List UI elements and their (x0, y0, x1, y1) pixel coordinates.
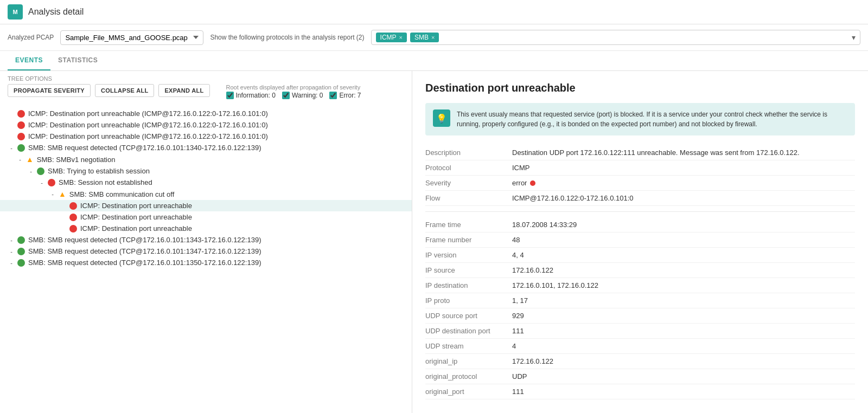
hint-lightbulb-icon: 💡 (433, 109, 450, 127)
detail-field2-value-7: 111 (512, 324, 855, 339)
error-icon-7 (48, 179, 55, 186)
tree-options-label: Tree options (0, 71, 412, 84)
severity-information-checkbox[interactable]: Information: 0 (226, 92, 276, 99)
tree-item-toggle-6[interactable]: - (27, 168, 35, 175)
tree-item-3[interactable]: ICMP: Destination port unreachable (ICMP… (0, 131, 412, 142)
tree-item-toggle-14[interactable]: - (8, 260, 15, 266)
detail-field2-value-0: 18.07.2008 14:33:29 (512, 217, 855, 233)
detail-hint-box: 💡 This event usualy means that requested… (425, 103, 855, 135)
detail-field2-value-5: 1, 17 (512, 293, 855, 308)
detail-field-row-2: Severityerror (425, 176, 855, 191)
protocol-label: Show the following protocols in the anal… (210, 34, 364, 41)
collapse-all-button[interactable]: COLLAPSE ALL (95, 84, 155, 97)
detail-field2-value-1: 48 (512, 233, 855, 248)
error-icon-11 (69, 225, 77, 233)
tree-item-2[interactable]: ICMP: Destination port unreachable (ICMP… (0, 119, 412, 131)
propagate-severity-button[interactable]: PROPAGATE SEVERITY (8, 84, 91, 97)
tree-item-toggle-5[interactable]: - (16, 156, 24, 163)
detail-field-value-1: ICMP (512, 160, 855, 176)
detail-field2-value-6: 929 (512, 308, 855, 324)
severity-error-checkbox[interactable]: Error: 7 (329, 92, 361, 99)
tree-item-7[interactable]: -SMB: Session not established (0, 177, 412, 188)
tree-item-text-4: SMB: SMB request detected (TCP@172.16.0.… (28, 144, 261, 152)
detail-field-key-3: Flow (425, 191, 512, 206)
tree-item-toggle-8[interactable]: - (49, 191, 56, 197)
tree-item-text-12: SMB: SMB request detected (TCP@172.16.0.… (28, 236, 261, 244)
pcap-label: Analyzed PCAP (8, 34, 54, 41)
tree-item-text-14: SMB: SMB request detected (TCP@172.16.0.… (28, 259, 261, 267)
tree-item-9[interactable]: ICMP: Destination port unreachable (0, 200, 412, 211)
tree-item-14[interactable]: -SMB: SMB request detected (TCP@172.16.0… (0, 257, 412, 268)
tab-events[interactable]: EVENTS (8, 51, 50, 70)
tree-item-toggle-4[interactable]: - (8, 145, 15, 151)
tree-item-text-9: ICMP: Destination port unreachable (80, 202, 192, 210)
detail-field2-value-2: 4, 4 (512, 248, 855, 263)
protocol-dropdown-arrow-icon[interactable]: ▾ (852, 33, 856, 42)
tree-item-4[interactable]: -SMB: SMB request detected (TCP@172.16.0… (0, 142, 412, 153)
severity-propagation-label: Root events displayed after propagation … (226, 84, 361, 91)
tree-item-6[interactable]: -SMB: Trying to establish session (0, 165, 412, 177)
protocol-tag-icmp[interactable]: ICMP × (376, 33, 407, 42)
main-content: Tree options PROPAGATE SEVERITY COLLAPSE… (0, 71, 868, 413)
tree-item-10[interactable]: ICMP: Destination port unreachable (0, 211, 412, 223)
tree-item-text-10: ICMP: Destination port unreachable (80, 213, 192, 221)
tabs-row: EVENTS STATISTICS (0, 51, 868, 71)
detail-field-key-1: Protocol (425, 160, 512, 176)
detail-field2-key-3: IP source (425, 263, 512, 278)
tree-item-12[interactable]: -SMB: SMB request detected (TCP@172.16.0… (0, 234, 412, 246)
detail-field2-key-1: Frame number (425, 233, 512, 248)
detail-field-row-0: DescriptionDestination UDP port 172.16.0… (425, 145, 855, 160)
detail-field2-row-1: Frame number48 (425, 233, 855, 248)
detail-title: Destination port unreachable (425, 82, 855, 94)
detail-field2-row-11: original_port111 (425, 384, 855, 399)
detail-field2-value-10: UDP (512, 369, 855, 384)
detail-field2-row-9: original_ip172.16.0.122 (425, 354, 855, 369)
detail-field2-key-5: IP proto (425, 293, 512, 308)
detail-field2-value-9: 172.16.0.122 (512, 354, 855, 369)
detail-field2-row-5: IP proto1, 17 (425, 293, 855, 308)
detail-field-key-0: Description (425, 145, 512, 160)
detail-field2-value-3: 172.16.0.122 (512, 263, 855, 278)
severity-error-cell: error (512, 179, 855, 187)
success-icon-12 (17, 236, 25, 244)
tree-item-text-2: ICMP: Destination port unreachable (ICMP… (28, 121, 268, 129)
detail-field2-row-4: IP destination172.16.0.101, 172.16.0.122 (425, 278, 855, 293)
detail-field2-key-9: original_ip (425, 354, 512, 369)
severity-warning-checkbox[interactable]: Warning: 0 (282, 92, 323, 99)
tree-item-8[interactable]: -▲SMB: SMB communication cut off (0, 188, 412, 200)
icmp-remove-icon[interactable]: × (399, 34, 403, 41)
detail-field2-row-3: IP source172.16.0.122 (425, 263, 855, 278)
tree-item-11[interactable]: ICMP: Destination port unreachable (0, 223, 412, 234)
detail-field2-key-6: UDP source port (425, 308, 512, 324)
success-icon-6 (37, 167, 44, 175)
pcap-select[interactable]: Sample_File_MMS_and_GOOSE.pcap (60, 30, 203, 45)
tree-item-5[interactable]: -▲SMB: SMBv1 negotiation (0, 153, 412, 165)
detail-field2-key-4: IP destination (425, 278, 512, 293)
tree-item-1[interactable]: ICMP: Destination port unreachable (ICMP… (0, 108, 412, 119)
hint-text: This event usualy means that requested s… (457, 109, 847, 129)
tree-item-toggle-7[interactable]: - (38, 179, 46, 186)
error-icon-9 (69, 202, 77, 210)
tree-item-toggle-13[interactable]: - (8, 248, 15, 255)
detail-field2-key-8: UDP stream (425, 339, 512, 354)
tree-item-text-7: SMB: Session not established (59, 178, 152, 186)
detail-field2-row-10: original_protocolUDP (425, 369, 855, 384)
app-logo: M (8, 4, 23, 20)
tree-item-text-1: ICMP: Destination port unreachable (ICMP… (28, 109, 268, 118)
detail-field-value-3: ICMP@172.16.0.122:0-172.16.0.101:0 (512, 191, 855, 206)
error-icon-2 (17, 121, 25, 129)
tree-item-13[interactable]: -SMB: SMB request detected (TCP@172.16.0… (0, 246, 412, 257)
error-icon-3 (17, 133, 25, 140)
tab-statistics[interactable]: STATISTICS (50, 51, 105, 70)
detail-field2-value-8: 4 (512, 339, 855, 354)
detail-field-value-0: Destination UDP port 172.16.0.122:111 un… (512, 145, 855, 160)
warning-icon-8: ▲ (59, 190, 66, 198)
smb-remove-icon[interactable]: × (431, 34, 435, 41)
detail-field-row-3: FlowICMP@172.16.0.122:0-172.16.0.101:0 (425, 191, 855, 206)
left-panel: Tree options PROPAGATE SEVERITY COLLAPSE… (0, 71, 412, 413)
detail-field2-row-6: UDP source port929 (425, 308, 855, 324)
tree-item-text-13: SMB: SMB request detected (TCP@172.16.0.… (28, 247, 261, 255)
protocol-tag-smb[interactable]: SMB × (410, 33, 439, 42)
tree-item-toggle-12[interactable]: - (8, 237, 15, 243)
expand-all-button[interactable]: EXPAND ALL (158, 84, 209, 97)
